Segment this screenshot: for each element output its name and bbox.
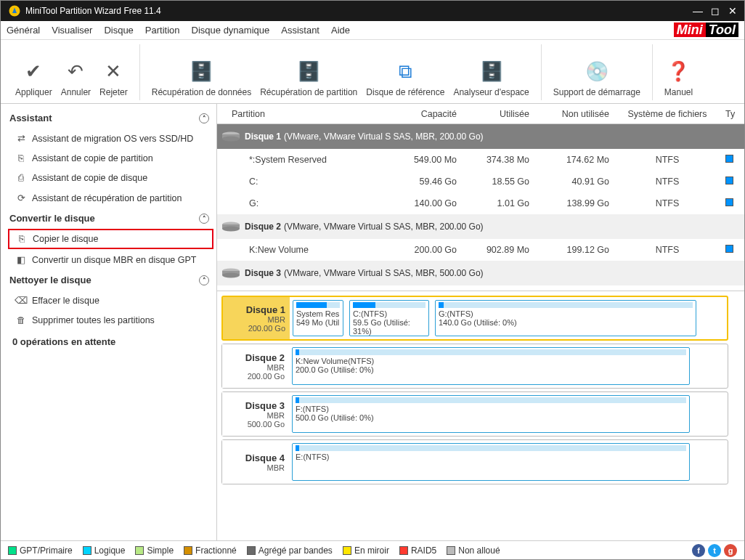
- col-type[interactable]: Ty: [725, 109, 744, 119]
- disk-diagram-area[interactable]: Disque 1MBR200.00 GoSystem Res549 Mo (Ut…: [217, 291, 744, 540]
- menu-disque[interactable]: Disque: [104, 25, 133, 36]
- diagram-partition[interactable]: E:(NTFS): [292, 443, 690, 481]
- disk-card[interactable]: Disque 4MBRE:(NTFS): [221, 439, 728, 484]
- sidebar-item-label: Supprimer toutes les partitions: [32, 315, 155, 325]
- col-used[interactable]: Utilisée: [457, 109, 529, 119]
- chevron-up-icon: ˄: [199, 275, 209, 285]
- menu-assistant[interactable]: Assistant: [281, 25, 319, 36]
- partition-color-swatch: [725, 176, 733, 184]
- menu-aide[interactable]: Aide: [331, 25, 350, 36]
- manual-button[interactable]: ❓Manuel: [660, 60, 697, 97]
- sidebar-item[interactable]: ⇄Assistant de migration OS vers SSD/HD: [8, 129, 213, 148]
- titlebar: MiniTool Partition Wizard Free 11.4 — ◻ …: [1, 1, 744, 21]
- sidebar-item-icon: ⎘: [15, 153, 28, 163]
- sidebar-item[interactable]: 🗑Supprimer toutes les partitions: [8, 311, 213, 330]
- discard-button[interactable]: ✕Rejeter: [95, 60, 132, 97]
- partition-row[interactable]: G:140.00 Go1.01 Go138.99 GoNTFS: [217, 192, 744, 214]
- legend-item: En miroir: [343, 545, 389, 556]
- pending-operations: 0 opérations en attente: [5, 330, 216, 353]
- maximize-button[interactable]: ◻: [707, 5, 724, 17]
- sidebar-section-header[interactable]: Convertir le disque˄: [5, 208, 216, 228]
- sidebar-item-label: Assistant de copie de disque: [32, 173, 147, 183]
- sidebar-item-icon: 🗑: [15, 315, 28, 325]
- benchmark-button[interactable]: ⧉Disque de référence: [362, 60, 449, 97]
- partition-row[interactable]: C:59.46 Go18.55 Go40.91 GoNTFS: [217, 171, 744, 192]
- disk-header-row[interactable]: Disque 1(VMware, VMware Virtual S SAS, M…: [217, 124, 744, 149]
- data-recovery-button[interactable]: 🗄️Récupération de données: [147, 60, 256, 97]
- sidebar-item[interactable]: ⌫Effacer le disque: [8, 291, 213, 310]
- sidebar-item-icon: ⇄: [15, 133, 28, 144]
- menu-general[interactable]: Général: [7, 25, 40, 36]
- menu-partition[interactable]: Partition: [145, 25, 180, 36]
- diagram-partition[interactable]: K:New Volume(NTFS)200.0 Go (Utilisé: 0%): [292, 347, 690, 385]
- disk-card-label: Disque 3MBR500.00 Go: [222, 392, 289, 436]
- legend-item: Fractionné: [184, 545, 237, 556]
- main-area: Partition Capacité Utilisée Non utilisée…: [217, 104, 744, 540]
- disk-header-row[interactable]: Disque 2(VMware, VMware Virtual S SAS, M…: [217, 214, 744, 239]
- space-analyzer-button[interactable]: 🗄️Analyseur d'espace: [449, 60, 533, 97]
- col-capacity[interactable]: Capacité: [384, 109, 457, 119]
- disk-icon: [221, 222, 240, 232]
- menu-visualiser[interactable]: Visualiser: [52, 25, 92, 36]
- col-fs[interactable]: Système de fichiers: [609, 109, 725, 119]
- legend-item: Agrégé par bandes: [247, 545, 333, 556]
- sidebar-item[interactable]: ⎙Assistant de copie de disque: [8, 169, 213, 187]
- minimize-button[interactable]: —: [689, 5, 707, 17]
- close-button[interactable]: ✕: [724, 5, 741, 17]
- partition-color-swatch: [725, 245, 733, 253]
- sidebar-item-label: Assistant de récupération de partition: [32, 193, 182, 203]
- social-links: f t g: [692, 544, 737, 557]
- sidebar-section-header[interactable]: Assistant˄: [5, 108, 216, 128]
- sidebar-item-label: Assistant de copie de partition: [32, 153, 153, 163]
- disk-header-row[interactable]: Disque 3(VMware, VMware Virtual S SAS, M…: [217, 261, 744, 285]
- window-title: MiniTool Partition Wizard Free 11.4: [25, 6, 689, 16]
- diagram-partition[interactable]: System Res549 Mo (Util: [293, 300, 343, 336]
- partition-list[interactable]: Disque 1(VMware, VMware Virtual S SAS, M…: [217, 124, 744, 291]
- diagram-partition[interactable]: C:(NTFS)59.5 Go (Utilisé: 31%): [349, 300, 429, 336]
- svg-point-9: [222, 273, 240, 278]
- disk-card[interactable]: Disque 2MBR200.00 GoK:New Volume(NTFS)20…: [221, 344, 728, 389]
- sidebar-item[interactable]: ⎘Copier le disque: [8, 229, 213, 249]
- svg-point-3: [222, 137, 240, 142]
- apply-button[interactable]: ✔Appliquer: [11, 60, 57, 97]
- partition-color-swatch: [725, 155, 733, 163]
- partition-row[interactable]: K:New Volume200.00 Go902.89 Mo199.12 GoN…: [217, 239, 744, 261]
- grid-header: Partition Capacité Utilisée Non utilisée…: [217, 104, 744, 124]
- legend-item: Simple: [135, 545, 174, 556]
- facebook-icon[interactable]: f: [692, 544, 705, 557]
- partition-color-swatch: [725, 198, 733, 206]
- sidebar-item-label: Convertir un disque MBR en disque GPT: [32, 255, 197, 265]
- undo-button[interactable]: ↶Annuler: [57, 60, 95, 97]
- legend-item: GPT/Primaire: [8, 545, 73, 556]
- menu-dyn[interactable]: Disque dynamique: [192, 25, 270, 36]
- disk-card-label: Disque 4MBR: [222, 440, 289, 484]
- gplus-icon[interactable]: g: [724, 544, 737, 557]
- chevron-up-icon: ˄: [199, 214, 209, 224]
- disk-card[interactable]: Disque 3MBR500.00 GoF:(NTFS)500.0 Go (Ut…: [221, 391, 728, 437]
- legend-item: RAID5: [399, 545, 436, 556]
- sidebar-item[interactable]: ⟳Assistant de récupération de partition: [8, 188, 213, 208]
- sidebar-item-label: Assistant de migration OS vers SSD/HD: [32, 134, 193, 144]
- disk-card[interactable]: Disque 1MBR200.00 GoSystem Res549 Mo (Ut…: [221, 296, 728, 341]
- partition-recovery-button[interactable]: 🗄️Récupération de partition: [256, 60, 362, 97]
- legend-bar: GPT/PrimaireLogiqueSimpleFractionnéAgrég…: [1, 540, 744, 559]
- partition-row[interactable]: *:System Reserved549.00 Mo374.38 Mo174.6…: [217, 149, 744, 171]
- toolbar: ✔Appliquer ↶Annuler ✕Rejeter 🗄️Récupérat…: [1, 40, 744, 104]
- legend-item: Logique: [83, 545, 126, 556]
- sidebar-section-header[interactable]: Nettoyer le disque˄: [5, 270, 216, 290]
- col-partition[interactable]: Partition: [232, 109, 384, 119]
- sidebar-item[interactable]: ◧Convertir un disque MBR en disque GPT: [8, 250, 213, 269]
- sidebar-item-icon: ◧: [15, 254, 28, 265]
- diagram-partition[interactable]: F:(NTFS)500.0 Go (Utilisé: 0%): [292, 395, 690, 433]
- sidebar-item-icon: ⎘: [15, 234, 28, 244]
- disk-icon: [221, 268, 240, 278]
- sidebar-item-icon: ⌫: [15, 295, 28, 306]
- twitter-icon[interactable]: t: [708, 544, 721, 557]
- disk-icon: [221, 131, 240, 142]
- sidebar-item-label: Copier le disque: [33, 234, 98, 244]
- bootable-media-button[interactable]: 💿Support de démarrage: [549, 60, 645, 97]
- col-unused[interactable]: Non utilisée: [529, 109, 609, 119]
- sidebar-item-icon: ⎙: [15, 173, 28, 183]
- diagram-partition[interactable]: G:(NTFS)140.0 Go (Utilisé: 0%): [435, 300, 696, 336]
- sidebar-item[interactable]: ⎘Assistant de copie de partition: [8, 149, 213, 168]
